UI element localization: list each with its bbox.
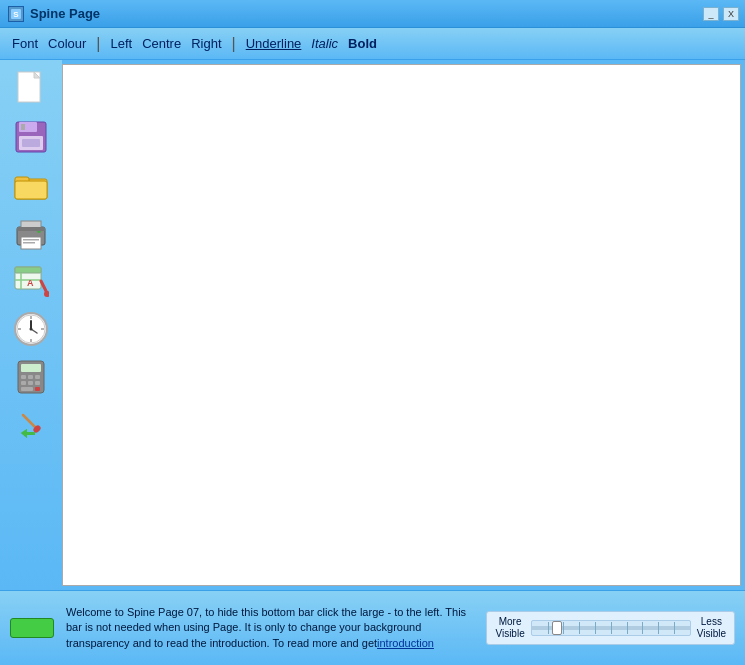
svg-rect-13 xyxy=(15,181,47,199)
slider-tick-2 xyxy=(563,622,564,634)
minimize-button[interactable]: _ xyxy=(703,7,719,21)
svg-rect-8 xyxy=(21,124,25,130)
svg-marker-50 xyxy=(21,429,35,438)
slider-tick-7 xyxy=(642,622,643,634)
sidebar: A xyxy=(0,60,62,590)
centre-button[interactable]: Centre xyxy=(142,36,181,51)
svg-rect-45 xyxy=(21,387,33,391)
separator-1: | xyxy=(96,35,100,53)
svg-rect-44 xyxy=(35,381,40,385)
svg-point-36 xyxy=(30,328,33,331)
document-area[interactable] xyxy=(62,64,741,586)
bottom-message: Welcome to Spine Page 07, to hide this b… xyxy=(66,605,474,651)
separator-2: | xyxy=(232,35,236,53)
svg-rect-39 xyxy=(21,375,26,379)
slider-tick-5 xyxy=(611,622,612,634)
sidebar-item-export[interactable] xyxy=(10,404,52,446)
title-bar: S Spine Page _ X xyxy=(0,0,745,28)
visibility-slider[interactable] xyxy=(531,620,691,636)
close-button[interactable]: X xyxy=(723,7,739,21)
svg-rect-46 xyxy=(35,387,40,391)
sidebar-item-calculator[interactable] xyxy=(10,356,52,398)
sidebar-item-clock[interactable] xyxy=(10,308,52,350)
app-icon: S xyxy=(8,6,24,22)
sidebar-item-new-file[interactable] xyxy=(10,68,52,110)
sidebar-item-printer[interactable] xyxy=(10,212,52,254)
less-visible-label: Less Visible xyxy=(697,616,726,640)
left-button[interactable]: Left xyxy=(110,36,132,51)
svg-rect-10 xyxy=(22,139,40,147)
right-button[interactable]: Right xyxy=(191,36,221,51)
svg-point-27 xyxy=(44,291,49,297)
svg-rect-20 xyxy=(17,227,45,231)
sidebar-item-folder[interactable] xyxy=(10,164,52,206)
svg-rect-17 xyxy=(23,239,39,241)
more-visible-label: More Visible xyxy=(495,616,524,640)
sidebar-item-paint[interactable]: A xyxy=(10,260,52,302)
slider-tick-9 xyxy=(674,622,675,634)
svg-rect-41 xyxy=(35,375,40,379)
window-controls: _ X xyxy=(703,7,739,21)
slider-tick-8 xyxy=(658,622,659,634)
slider-tick-1 xyxy=(548,622,549,634)
main-area: A xyxy=(0,60,745,590)
bold-button[interactable]: Bold xyxy=(348,36,377,51)
bottom-bar: Welcome to Spine Page 07, to hide this b… xyxy=(0,590,745,665)
svg-rect-43 xyxy=(28,381,33,385)
window-title: Spine Page xyxy=(30,6,737,21)
svg-rect-22 xyxy=(15,267,41,273)
svg-rect-42 xyxy=(21,381,26,385)
sidebar-item-floppy-disk[interactable] xyxy=(10,116,52,158)
slider-tick-4 xyxy=(595,622,596,634)
svg-rect-18 xyxy=(23,242,35,244)
green-button[interactable] xyxy=(10,618,54,638)
svg-line-47 xyxy=(23,415,35,427)
slider-tick-3 xyxy=(579,622,580,634)
italic-button[interactable]: Italic xyxy=(311,36,338,51)
font-button[interactable]: Font xyxy=(12,36,38,51)
colour-button[interactable]: Colour xyxy=(48,36,86,51)
underline-button[interactable]: Underline xyxy=(246,36,302,51)
visibility-slider-container: More Visible Less Visible xyxy=(486,611,735,645)
bottom-message-link[interactable]: introduction xyxy=(377,637,434,649)
toolbar: Font Colour | Left Centre Right | Underl… xyxy=(0,28,745,60)
svg-rect-38 xyxy=(21,364,41,372)
svg-text:A: A xyxy=(27,278,34,288)
svg-rect-40 xyxy=(28,375,33,379)
slider-tick-6 xyxy=(627,622,628,634)
slider-thumb[interactable] xyxy=(552,621,562,635)
svg-text:S: S xyxy=(13,10,19,19)
